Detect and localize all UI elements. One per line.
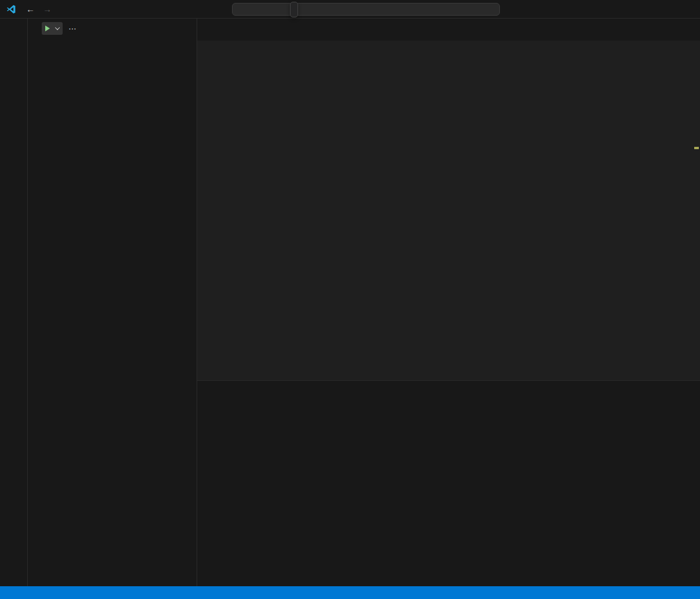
status-bar: [0, 586, 700, 599]
nav-forward-icon[interactable]: →: [39, 4, 56, 14]
title-bar: ← →: [0, 0, 700, 19]
bottom-panel: [197, 380, 700, 586]
vscode-window: ← → ⋯: [0, 0, 700, 599]
debug-toolbar: [290, 2, 298, 17]
launch-config-dropdown[interactable]: [42, 22, 63, 35]
minimap[interactable]: [638, 53, 693, 380]
chevron-down-icon: [55, 25, 60, 30]
command-center[interactable]: [232, 3, 500, 16]
more-actions-icon[interactable]: ⋯: [68, 24, 77, 33]
start-debug-icon[interactable]: [45, 26, 50, 31]
nav-back-icon[interactable]: ←: [22, 4, 39, 14]
run-and-debug-sidebar: ⋯: [28, 19, 197, 586]
editor-area: [197, 19, 700, 586]
editor-tab-bar: [197, 19, 700, 41]
terminal-output[interactable]: [207, 406, 694, 583]
code-editor[interactable]: [197, 53, 638, 380]
breadcrumb: [197, 41, 700, 53]
sidebar-header: ⋯: [28, 19, 197, 38]
activity-bar: [0, 19, 28, 586]
vscode-logo-icon: [6, 4, 16, 15]
overview-ruler: [693, 53, 700, 380]
